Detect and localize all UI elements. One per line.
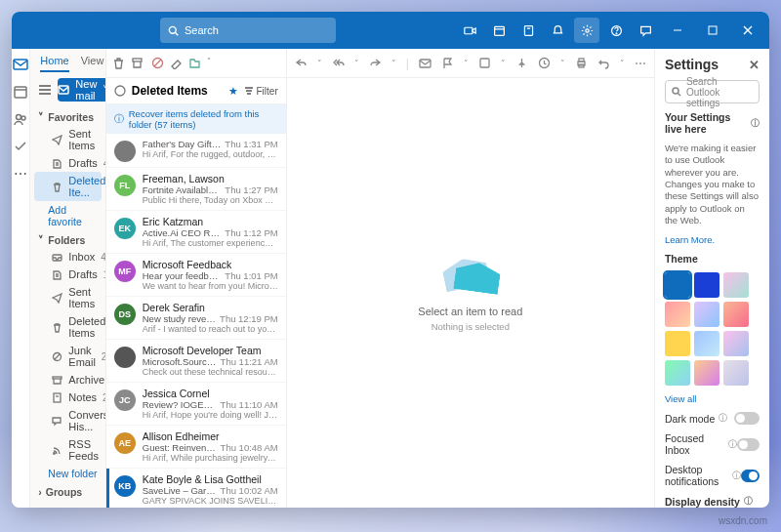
snooze-icon[interactable] (538, 57, 551, 69)
gear-icon[interactable] (574, 18, 599, 43)
folder-item-conv[interactable]: Conversation His... (34, 406, 101, 435)
theme-swatch[interactable] (723, 272, 749, 298)
message-preview: Hi Arif, Hope you're doing well! Just ..… (143, 410, 278, 420)
recover-banner[interactable]: ⓘ Recover items deleted from this folder… (106, 104, 286, 134)
delete-icon[interactable] (112, 57, 125, 69)
favorite-star-icon[interactable]: ★ (228, 85, 238, 98)
folder-item-draft[interactable]: Drafts15 (34, 266, 101, 283)
close-button[interactable] (732, 17, 763, 44)
feedback-icon[interactable] (633, 18, 658, 43)
message-subject: Microsoft.Source new... (143, 356, 217, 367)
tab-home[interactable]: Home (40, 55, 68, 72)
theme-swatch[interactable] (723, 331, 749, 356)
folder-item-rss[interactable]: RSS Feeds (34, 435, 101, 465)
groups-section[interactable]: ›Groups (30, 482, 104, 500)
sweep-icon[interactable] (170, 57, 183, 69)
folder-item-draft[interactable]: Drafts4 (34, 154, 101, 172)
svg-point-43 (673, 88, 678, 94)
close-icon[interactable]: ✕ (749, 58, 760, 72)
svg-line-1 (176, 32, 179, 35)
info-icon[interactable]: ⓘ (732, 470, 741, 482)
select-all-icon[interactable] (114, 85, 126, 97)
theme-swatch[interactable] (665, 272, 690, 298)
folder-item-note[interactable]: Notes2 (34, 389, 101, 406)
folder-pane: Home View New mail ˅ ˅Favorites Sent Ite… (30, 49, 105, 508)
minimize-button[interactable] (662, 17, 693, 44)
theme-swatch[interactable] (694, 302, 719, 327)
learn-more-link[interactable]: Learn More. (665, 234, 760, 245)
more-icon[interactable]: ⋯ (635, 57, 646, 70)
settings-search[interactable]: Search Outlook settings (665, 80, 760, 103)
rail-more-icon[interactable]: ⋯ (14, 166, 27, 182)
theme-swatch[interactable] (694, 360, 719, 386)
theme-swatch[interactable] (665, 331, 690, 356)
add-favorite-link[interactable]: Add favorite (30, 201, 104, 230)
message-item[interactable]: FLFreeman, LawsonFortnite Available for … (106, 168, 286, 211)
categorize-icon[interactable] (478, 57, 491, 69)
theme-swatch[interactable] (665, 302, 690, 327)
message-item[interactable]: MFMicrosoft FeedbackHear your feedback w… (106, 254, 286, 297)
rail-mail-icon[interactable] (13, 57, 28, 72)
rail-todo-icon[interactable] (13, 139, 28, 154)
new-mail-button[interactable]: New mail ˅ (58, 78, 105, 102)
junk-icon[interactable] (151, 57, 164, 69)
bell-icon[interactable] (545, 18, 570, 43)
move-icon[interactable] (188, 57, 201, 69)
reply-all-icon[interactable] (332, 57, 345, 69)
view-all-themes-link[interactable]: View all (665, 393, 760, 404)
calendar-icon[interactable] (486, 18, 512, 43)
rail-people-icon[interactable] (13, 111, 28, 127)
folder-item-junk[interactable]: Junk Email267 (34, 342, 101, 371)
theme-swatch[interactable] (665, 360, 690, 386)
favorites-section[interactable]: ˅Favorites (30, 107, 104, 125)
new-folder-link[interactable]: New folder (30, 465, 104, 482)
svg-rect-22 (59, 86, 68, 94)
hamburger-icon[interactable] (38, 81, 52, 99)
theme-swatch[interactable] (694, 272, 719, 298)
flag-icon[interactable] (441, 57, 454, 69)
desktop-notif-toggle[interactable] (741, 470, 760, 482)
archive-icon[interactable] (131, 57, 144, 69)
folders-section[interactable]: ˅Folders (30, 230, 104, 248)
filter-button[interactable]: Filter (244, 86, 278, 97)
focused-inbox-toggle[interactable] (737, 438, 760, 451)
dark-mode-toggle[interactable] (734, 412, 760, 425)
info-icon[interactable]: ⓘ (744, 495, 753, 508)
message-item[interactable]: EKEric KatzmanActive.Ai CEO Ravi Sha...T… (106, 211, 286, 254)
message-item[interactable]: KBKate Boyle & Lisa GottheilSaveLive – G… (106, 469, 286, 508)
day-icon[interactable] (515, 18, 541, 43)
message-item[interactable]: Microsoft Developer TeamMicrosoft.Source… (106, 340, 286, 383)
info-icon[interactable]: ⓘ (719, 412, 727, 425)
theme-swatch[interactable] (694, 331, 719, 356)
theme-swatch[interactable] (723, 360, 749, 386)
read-unread-icon[interactable] (419, 57, 432, 69)
folder-item-sent[interactable]: Sent Items (34, 283, 101, 312)
folder-item-archive[interactable]: Archive13 (34, 371, 101, 389)
message-item[interactable]: Father's Day Gift Guide f...Thu 1:31 PMH… (106, 134, 286, 168)
message-item[interactable]: DSDerek SerafinNew study reveals org...T… (106, 297, 286, 340)
info-icon[interactable]: ⓘ (728, 438, 737, 451)
message-item[interactable]: JCJessica CornelReview? IOGEAR's Tin...T… (106, 383, 286, 426)
message-item[interactable]: AEAllison EdheimerGuest: Reinventing yo.… (106, 426, 286, 469)
svg-rect-27 (54, 393, 61, 402)
help-icon[interactable] (603, 18, 629, 43)
folder-item-inbox[interactable]: Inbox4 (34, 248, 101, 266)
tab-view[interactable]: View (81, 55, 104, 72)
pin-icon[interactable] (515, 57, 528, 69)
global-search[interactable]: Search (160, 18, 336, 43)
folder-item-trash[interactable]: Deleted Ite...564 (34, 172, 101, 201)
print-icon[interactable] (575, 57, 588, 69)
maximize-button[interactable] (697, 17, 728, 44)
folder-item-trash[interactable]: Deleted Items564 (34, 312, 101, 342)
rail-calendar-icon[interactable] (13, 84, 28, 100)
reading-pane: ˅ ˅ ˅ | ˅ ˅ ˅ ˅ ⋯ Select an item to read… (287, 49, 654, 508)
undo-icon[interactable] (597, 57, 610, 69)
forward-icon[interactable] (369, 57, 382, 69)
info-icon[interactable]: ⓘ (751, 117, 760, 130)
folder-item-sent[interactable]: Sent Items (34, 125, 101, 154)
theme-swatch[interactable] (723, 302, 749, 327)
svg-point-17 (17, 115, 21, 120)
search-icon (672, 87, 681, 97)
reply-icon[interactable] (295, 57, 308, 69)
meet-icon[interactable] (457, 18, 482, 43)
